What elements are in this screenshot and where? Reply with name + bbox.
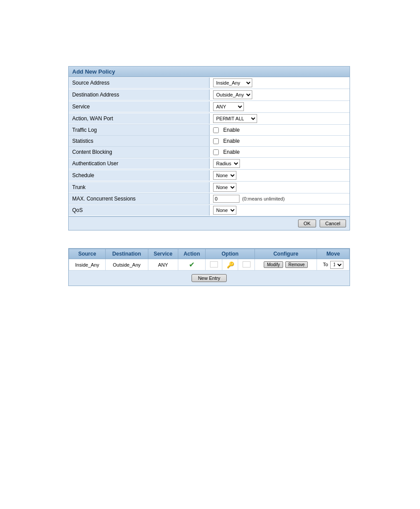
- action-check-icon: ✔: [189, 261, 195, 268]
- policy-table: Source Destination Service Action Option…: [69, 249, 350, 271]
- col-option: Option: [206, 249, 255, 259]
- trunk-label: Trunk: [69, 182, 210, 193]
- traffic-log-value: Enable: [210, 126, 350, 134]
- modify-button[interactable]: Modify: [264, 261, 283, 268]
- destination-address-label: Destination Address: [69, 89, 210, 100]
- page-container: Add New Policy Source Address Inside_Any…: [0, 0, 420, 509]
- statistics-value: Enable: [210, 137, 350, 145]
- max-sessions-row: MAX. Concurrent Sessions (0:means unlimi…: [69, 193, 350, 204]
- new-entry-button[interactable]: New Entry: [192, 274, 227, 282]
- auth-user-select[interactable]: Radius None Local: [213, 159, 240, 168]
- source-address-row: Source Address Inside_Any Outside_Any AN…: [69, 77, 350, 89]
- action-wan-select[interactable]: PERMIT ALL DENY: [213, 114, 257, 123]
- trunk-select[interactable]: None: [213, 183, 236, 192]
- row-configure: Modify Remove: [255, 259, 317, 271]
- service-value: ANY HTTP FTP: [210, 101, 350, 112]
- source-address-value: Inside_Any Outside_Any ANY: [210, 77, 350, 89]
- max-sessions-label: MAX. Concurrent Sessions: [69, 193, 210, 204]
- qos-row: QoS None: [69, 204, 350, 216]
- auth-user-value: Radius None Local: [210, 158, 350, 169]
- statistics-row: Statistics Enable: [69, 136, 350, 147]
- trunk-value: None: [210, 182, 350, 193]
- row-action: ✔: [178, 259, 206, 271]
- policy-table-container: Source Destination Service Action Option…: [68, 248, 350, 286]
- content-blocking-checkbox[interactable]: [213, 149, 219, 155]
- schedule-label: Schedule: [69, 170, 210, 181]
- service-label: Service: [69, 101, 210, 112]
- col-action: Action: [178, 249, 206, 259]
- auth-user-row: Authentication User Radius None Local: [69, 158, 350, 170]
- col-move: Move: [317, 249, 350, 259]
- unlimited-text: (0:means unlimited): [242, 196, 285, 201]
- row-option-key: 🔑: [222, 259, 238, 271]
- qos-select[interactable]: None: [213, 206, 236, 215]
- move-select[interactable]: 1 2 3: [330, 261, 343, 269]
- content-blocking-enable: Enable: [223, 149, 239, 155]
- traffic-log-row: Traffic Log Enable: [69, 125, 350, 136]
- option-box-2: [243, 261, 251, 268]
- statistics-checkbox[interactable]: [213, 138, 219, 144]
- row-option-1: [206, 259, 222, 271]
- traffic-log-enable: Enable: [223, 127, 239, 133]
- form-buttons: OK Cancel: [69, 216, 350, 230]
- service-select[interactable]: ANY HTTP FTP: [213, 102, 244, 111]
- traffic-log-checkbox[interactable]: [213, 127, 219, 133]
- destination-address-row: Destination Address Inside_Any Outside_A…: [69, 89, 350, 101]
- auth-user-label: Authentication User: [69, 158, 210, 169]
- schedule-row: Schedule None: [69, 170, 350, 182]
- statistics-label: Statistics: [69, 136, 210, 146]
- col-destination: Destination: [106, 249, 148, 259]
- to-label: To: [323, 262, 328, 267]
- remove-button[interactable]: Remove: [285, 261, 308, 268]
- action-wan-row: Action, WAN Port PERMIT ALL DENY: [69, 113, 350, 125]
- statistics-enable: Enable: [223, 138, 239, 144]
- service-row: Service ANY HTTP FTP: [69, 101, 350, 113]
- source-address-select[interactable]: Inside_Any Outside_Any ANY: [213, 78, 252, 87]
- traffic-log-label: Traffic Log: [69, 125, 210, 135]
- max-sessions-value: (0:means unlimited): [210, 193, 350, 204]
- row-destination: Outside_Any: [106, 259, 148, 271]
- trunk-row: Trunk None: [69, 182, 350, 193]
- row-source: Inside_Any: [69, 259, 106, 271]
- destination-address-value: Inside_Any Outside_Any ANY: [210, 89, 350, 100]
- row-service: ANY: [148, 259, 178, 271]
- add-policy-form: Add New Policy Source Address Inside_Any…: [68, 66, 350, 230]
- qos-label: QoS: [69, 205, 210, 215]
- form-title: Add New Policy: [69, 67, 350, 77]
- col-service: Service: [148, 249, 178, 259]
- ok-button[interactable]: OK: [298, 219, 317, 227]
- schedule-select[interactable]: None: [213, 171, 236, 180]
- row-option-2: [238, 259, 254, 271]
- content-blocking-label: Content Blocking: [69, 147, 210, 157]
- content-blocking-row: Content Blocking Enable: [69, 147, 350, 158]
- qos-value: None: [210, 204, 350, 216]
- destination-address-select[interactable]: Inside_Any Outside_Any ANY: [213, 90, 252, 99]
- action-wan-value: PERMIT ALL DENY: [210, 113, 350, 124]
- max-sessions-input[interactable]: [213, 195, 239, 203]
- content-blocking-value: Enable: [210, 148, 350, 156]
- table-header-row: Source Destination Service Action Option…: [69, 249, 350, 259]
- col-configure: Configure: [255, 249, 317, 259]
- col-source: Source: [69, 249, 106, 259]
- option-box-1: [210, 261, 218, 268]
- row-move: To 1 2 3: [317, 259, 350, 271]
- new-entry-bar: New Entry: [69, 271, 350, 286]
- source-address-label: Source Address: [69, 78, 210, 88]
- action-wan-label: Action, WAN Port: [69, 113, 210, 124]
- cancel-button[interactable]: Cancel: [320, 219, 346, 227]
- table-row: Inside_Any Outside_Any ANY ✔: [69, 259, 350, 271]
- key-icon: 🔑: [227, 261, 234, 268]
- schedule-value: None: [210, 170, 350, 181]
